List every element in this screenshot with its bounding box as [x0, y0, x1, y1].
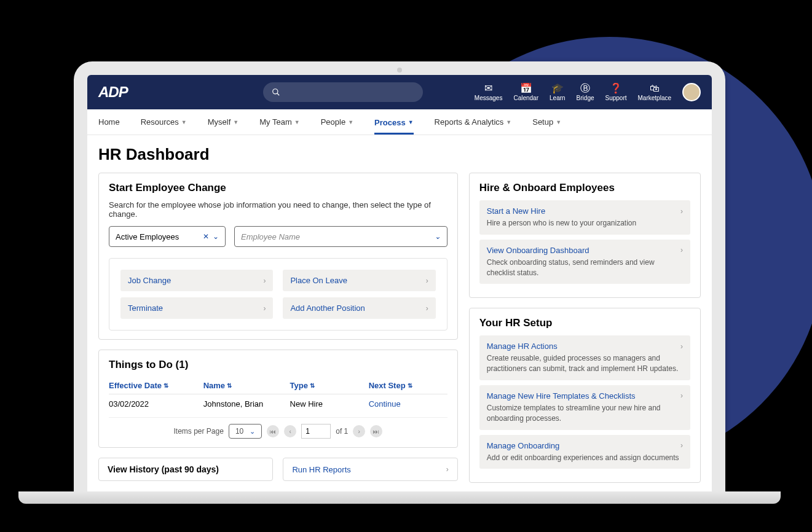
calendar-icon: 📅: [520, 84, 532, 93]
action-place-on-leave[interactable]: Place On Leave›: [283, 270, 435, 291]
hr-setup-card: Your HR Setup Manage HR Actions› Create …: [469, 308, 701, 483]
chevron-down-icon: ▼: [556, 119, 561, 125]
item-desc: Customize templates to streamline your n…: [487, 403, 683, 424]
chevron-down-icon: ⌄: [250, 428, 255, 436]
setup-item-templates[interactable]: Manage New Hire Templates & Checklists› …: [479, 385, 690, 430]
chevron-down-icon: ▼: [348, 119, 353, 125]
item-link[interactable]: Start a New Hire: [487, 206, 545, 216]
topicon-messages[interactable]: ✉Messages: [475, 84, 503, 101]
chevron-right-icon: ›: [680, 246, 683, 254]
item-desc: Check onboarding status, send reminders …: [487, 257, 683, 278]
card-label: View History (past 90 days): [108, 464, 219, 474]
chevron-down-icon: ▼: [408, 119, 414, 125]
search-icon: [272, 88, 280, 96]
marketplace-icon: 🛍: [650, 84, 660, 93]
setup-item-hr-actions[interactable]: Manage HR Actions› Create reusable, guid…: [479, 335, 690, 380]
menu-home[interactable]: Home: [98, 110, 120, 134]
topicon-calendar[interactable]: 📅Calendar: [513, 84, 538, 101]
avatar[interactable]: [682, 83, 701, 101]
svg-point-0: [272, 89, 277, 94]
chevron-right-icon: ›: [426, 304, 428, 313]
pagination: Items per Page 10⌄ ⏮ ‹ of 1 › ⏭: [109, 417, 447, 439]
pager-label: Items per Page: [174, 427, 224, 436]
pager-page-input[interactable]: [301, 424, 331, 439]
action-terminate[interactable]: Terminate›: [120, 297, 273, 319]
item-desc: Hire a person who is new to your organiz…: [487, 218, 683, 229]
card-title: Hire & Onboard Employees: [479, 182, 690, 194]
menu-label: Setup: [532, 117, 553, 127]
action-job-change[interactable]: Job Change›: [120, 270, 273, 291]
item-link[interactable]: Manage Onboarding: [487, 441, 560, 450]
menu-label: Process: [374, 118, 406, 127]
menu-myself[interactable]: Myself▼: [208, 110, 238, 134]
search-input[interactable]: [263, 82, 423, 102]
pager-last-button[interactable]: ⏭: [370, 425, 382, 437]
hire-item-new-hire[interactable]: Start a New Hire› Hire a person who is n…: [479, 200, 690, 235]
table-header: Effective Date⇅ Name⇅ Type⇅ Next Step⇅: [109, 377, 447, 394]
hire-onboard-card: Hire & Onboard Employees Start a New Hir…: [469, 173, 701, 298]
menu-process[interactable]: Process▼: [374, 111, 414, 135]
table-row: 03/02/2022 Johnstone, Brian New Hire Con…: [109, 394, 447, 413]
chevron-right-icon: ›: [680, 441, 683, 450]
topicon-bridge[interactable]: ⒷBridge: [577, 84, 594, 101]
pager-prev-button[interactable]: ‹: [284, 425, 296, 437]
filter-status-select[interactable]: Active Employees ✕⌄: [109, 226, 226, 247]
chevron-right-icon: ›: [426, 276, 428, 285]
menu-people[interactable]: People▼: [321, 110, 353, 134]
envelope-icon: ✉: [484, 84, 492, 93]
col-label: Next Step: [369, 381, 406, 390]
menu-setup[interactable]: Setup▼: [532, 110, 561, 134]
card-title: Things to Do (1): [109, 359, 447, 371]
select-value: Active Employees: [116, 232, 179, 241]
topicon-label: Messages: [475, 95, 503, 101]
chevron-right-icon: ›: [680, 207, 683, 216]
items-per-page-select[interactable]: 10⌄: [229, 424, 262, 439]
pager-next-button[interactable]: ›: [353, 425, 365, 437]
topicon-learn[interactable]: 🎓Learn: [550, 84, 566, 101]
item-desc: Create reusable, guided processes so man…: [487, 353, 683, 374]
menu-resources[interactable]: Resources▼: [141, 110, 187, 134]
chevron-right-icon: ›: [680, 391, 683, 400]
topicon-label: Calendar: [513, 95, 538, 101]
col-label: Name: [203, 381, 225, 390]
chevron-down-icon: ▼: [233, 119, 238, 125]
topicon-label: Bridge: [577, 95, 594, 101]
action-add-position[interactable]: Add Another Position›: [283, 297, 435, 319]
pager-first-button[interactable]: ⏮: [267, 425, 279, 437]
menu-label: Reports & Analytics: [435, 117, 504, 127]
topicon-marketplace[interactable]: 🛍Marketplace: [638, 84, 671, 101]
cell-type: New Hire: [290, 399, 369, 409]
menu-reports[interactable]: Reports & Analytics▼: [435, 110, 512, 134]
item-link[interactable]: Manage HR Actions: [487, 342, 558, 351]
item-link[interactable]: View Onboarding Dashboard: [487, 246, 589, 255]
hire-item-onboarding-dashboard[interactable]: View Onboarding Dashboard› Check onboard…: [479, 240, 690, 284]
card-title: Your HR Setup: [479, 317, 690, 329]
chevron-down-icon: ▼: [294, 119, 300, 125]
chevron-right-icon: ›: [446, 465, 449, 474]
menu-label: Resources: [141, 117, 179, 127]
menu-myteam[interactable]: My Team▼: [259, 110, 299, 134]
action-label: Terminate: [128, 303, 163, 313]
clear-icon[interactable]: ✕: [203, 232, 209, 241]
setup-item-onboarding[interactable]: Manage Onboarding› Add or edit onboardin…: [479, 435, 690, 469]
run-reports-card[interactable]: Run HR Reports›: [283, 458, 457, 481]
topicon-support[interactable]: ❓Support: [605, 84, 627, 101]
cell-next-step-link[interactable]: Continue: [369, 399, 447, 409]
action-label: Job Change: [128, 276, 171, 285]
employee-name-input[interactable]: Employee Name ⌄: [234, 226, 447, 247]
col-next-step[interactable]: Next Step⇅: [369, 381, 447, 390]
col-type[interactable]: Type⇅: [290, 381, 369, 390]
todo-card: Things to Do (1) Effective Date⇅ Name⇅ T…: [98, 350, 458, 448]
topicon-label: Marketplace: [638, 95, 671, 101]
item-link[interactable]: Manage New Hire Templates & Checklists: [487, 391, 636, 401]
col-effective-date[interactable]: Effective Date⇅: [109, 381, 203, 390]
view-history-card[interactable]: View History (past 90 days): [98, 458, 273, 481]
topicon-label: Support: [605, 95, 627, 101]
svg-line-1: [277, 93, 279, 96]
col-name[interactable]: Name⇅: [203, 381, 290, 390]
card-label: Run HR Reports: [292, 465, 350, 474]
cell-name: Johnstone, Brian: [203, 399, 290, 409]
bridge-icon: Ⓑ: [580, 84, 590, 93]
menu-label: Myself: [208, 117, 231, 127]
chevron-down-icon: ⌄: [213, 232, 219, 241]
